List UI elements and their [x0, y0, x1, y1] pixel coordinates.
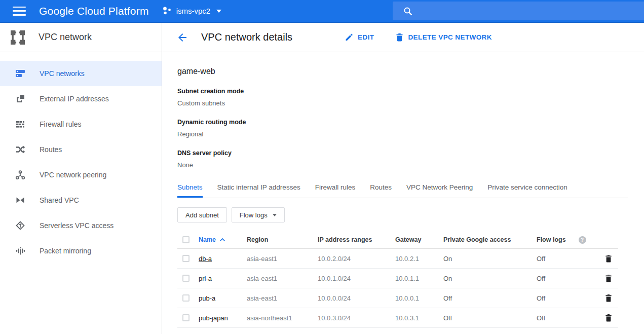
tab-vpc-network-peering[interactable]: VPC Network Peering: [406, 183, 473, 198]
field-value: None: [177, 161, 644, 169]
cell-ip-range: 10.0.0.0/24: [318, 294, 395, 302]
sidebar-item-label: Shared VPC: [40, 196, 79, 204]
serverless-icon: [15, 220, 25, 231]
flow-logs-dropdown-label: Flow logs: [240, 211, 268, 219]
sidebar-item-label: Routes: [40, 145, 62, 154]
delete-label: DELETE VPC NETWORK: [408, 33, 491, 41]
cell-region: asia-northeast1: [247, 314, 318, 322]
cell-private-google-access: Off: [443, 314, 537, 322]
tab-private-service-connection[interactable]: Private service connection: [487, 183, 567, 198]
tab-bar: Subnets Static internal IP addresses Fir…: [177, 183, 628, 198]
field-subnet-creation-mode: Subnet creation mode Custom subnets: [177, 88, 644, 107]
sidebar-item-label: Packet mirroring: [40, 247, 91, 255]
delete-subnet-button[interactable]: [605, 294, 612, 302]
project-selector[interactable]: isms-vpc2: [162, 6, 222, 16]
trash-icon: [605, 314, 612, 322]
sidebar-item-shared-vpc[interactable]: Shared VPC: [0, 188, 162, 213]
field-label: Subnet creation mode: [177, 88, 644, 95]
subnets-table: Name Region IP address ranges Gateway Pr…: [177, 231, 618, 328]
table-row: db-a asia-east1 10.0.2.0/24 10.0.2.1 On …: [177, 249, 618, 269]
page-title: VPC network details: [201, 31, 292, 43]
row-checkbox[interactable]: [182, 314, 190, 321]
field-label: Dynamic routing mode: [177, 119, 644, 126]
trash-icon: [605, 274, 612, 282]
sidebar-item-label: External IP addresses: [40, 95, 109, 103]
cell-private-google-access: Off: [443, 294, 537, 302]
sidebar-item-external-ip-addresses[interactable]: External IP addresses: [0, 86, 162, 111]
top-app-bar: Google Cloud Platform isms-vpc2: [0, 0, 644, 23]
cell-ip-range: 10.0.1.0/24: [318, 275, 395, 282]
subnet-name-link[interactable]: pri-a: [199, 275, 247, 282]
tab-firewall-rules[interactable]: Firewall rules: [315, 183, 356, 198]
delete-vpc-network-button[interactable]: DELETE VPC NETWORK: [396, 33, 491, 42]
back-arrow-icon[interactable]: [176, 31, 188, 44]
subnet-name-link[interactable]: pub-japan: [199, 314, 247, 322]
column-header-flow-logs: Flow logs ?: [537, 236, 599, 244]
subnet-name-link[interactable]: pub-a: [199, 294, 247, 302]
edit-button[interactable]: EDIT: [345, 33, 374, 42]
cell-region: asia-east1: [247, 294, 318, 302]
sidebar: VPC network VPC networks External IP: [0, 23, 162, 334]
sidebar-item-vpc-networks[interactable]: VPC networks: [0, 61, 162, 86]
field-value: Regional: [177, 130, 644, 138]
cell-flow-logs: Off: [537, 294, 599, 302]
trash-icon: [605, 294, 612, 302]
sidebar-item-packet-mirroring[interactable]: Packet mirroring: [0, 238, 162, 264]
sidebar-item-label: VPC network peering: [40, 171, 106, 179]
sort-ascending-icon: [219, 238, 225, 242]
cell-flow-logs: Off: [537, 314, 599, 322]
help-icon[interactable]: ?: [579, 236, 586, 244]
network-details: game-web Subnet creation mode Custom sub…: [162, 52, 644, 328]
sidebar-item-firewall-rules[interactable]: Firewall rules: [0, 111, 162, 137]
row-checkbox[interactable]: [182, 275, 190, 282]
pencil-icon: [345, 33, 353, 42]
edit-label: EDIT: [358, 33, 374, 41]
cell-ip-range: 10.0.2.0/24: [318, 255, 395, 263]
sidebar-item-routes[interactable]: Routes: [0, 137, 162, 162]
firewall-icon: [15, 119, 25, 129]
row-checkbox[interactable]: [182, 255, 190, 262]
main-panel: VPC network details EDIT DELETE VPC NETW…: [162, 23, 644, 334]
network-name: game-web: [177, 67, 644, 76]
project-name: isms-vpc2: [176, 7, 211, 15]
column-header-region: Region: [247, 236, 318, 243]
sidebar-item-vpc-network-peering[interactable]: VPC network peering: [0, 162, 162, 188]
tab-subnets[interactable]: Subnets: [177, 183, 203, 198]
row-checkbox[interactable]: [182, 294, 190, 302]
subnet-name-link[interactable]: db-a: [199, 255, 247, 263]
menu-icon[interactable]: [13, 7, 26, 16]
column-header-name[interactable]: Name: [199, 236, 247, 243]
packet-mirroring-icon: [15, 246, 25, 256]
sidebar-item-label: VPC networks: [40, 69, 85, 78]
sidebar-item-label: Serverless VPC access: [40, 221, 113, 230]
sidebar-item-label: Firewall rules: [40, 120, 81, 128]
field-value: Custom subnets: [177, 99, 644, 107]
delete-subnet-button[interactable]: [605, 274, 612, 282]
cell-gateway: 10.0.0.1: [395, 294, 443, 302]
cell-ip-range: 10.0.3.0/24: [318, 314, 395, 322]
cell-gateway: 10.0.2.1: [395, 255, 443, 263]
cell-flow-logs: Off: [537, 255, 599, 263]
project-dots-icon: [162, 6, 172, 16]
table-row: pub-japan asia-northeast1 10.0.3.0/24 10…: [177, 308, 618, 328]
page-header: VPC network details EDIT DELETE VPC NETW…: [162, 23, 644, 52]
tab-static-internal-ip-addresses[interactable]: Static internal IP addresses: [217, 183, 300, 198]
cell-region: asia-east1: [247, 255, 318, 263]
tab-routes[interactable]: Routes: [370, 183, 392, 198]
shared-vpc-icon: [15, 195, 25, 205]
table-row: pri-a asia-east1 10.0.1.0/24 10.0.1.1 On…: [177, 269, 618, 288]
table-row: pub-a asia-east1 10.0.0.0/24 10.0.0.1 Of…: [177, 288, 618, 308]
delete-subnet-button[interactable]: [605, 254, 612, 263]
brand-title[interactable]: Google Cloud Platform: [39, 5, 149, 17]
flow-logs-dropdown[interactable]: Flow logs: [232, 207, 285, 222]
sidebar-item-serverless-vpc-access[interactable]: Serverless VPC access: [0, 213, 162, 238]
field-dns-server-policy: DNS server policy None: [177, 150, 644, 169]
search-input[interactable]: [393, 2, 644, 20]
add-subnet-button[interactable]: Add subnet: [177, 207, 227, 222]
sidebar-title: VPC network: [39, 32, 92, 43]
cell-private-google-access: On: [443, 275, 537, 282]
cell-gateway: 10.0.3.1: [395, 314, 443, 322]
subnets-toolbar: Add subnet Flow logs: [177, 207, 644, 222]
select-all-checkbox[interactable]: [182, 236, 190, 243]
delete-subnet-button[interactable]: [605, 314, 612, 322]
